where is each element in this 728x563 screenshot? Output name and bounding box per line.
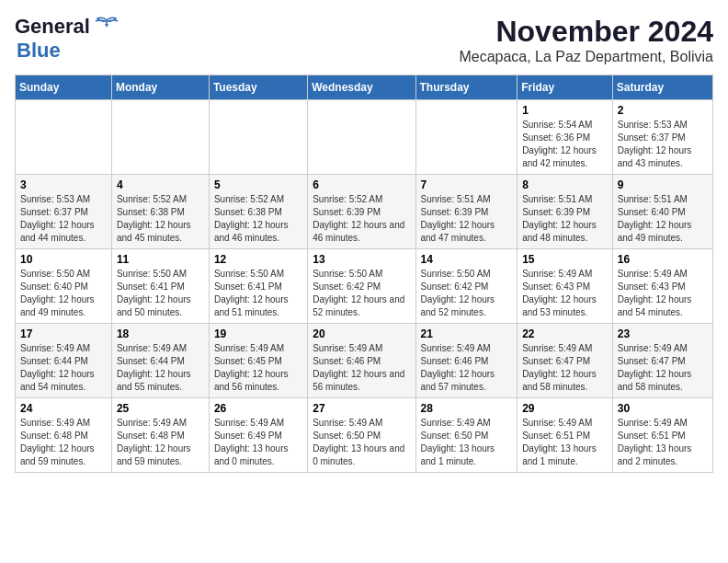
calendar-cell: 26Sunrise: 5:49 AM Sunset: 6:49 PM Dayli…	[209, 398, 307, 473]
weekday-header-wednesday: Wednesday	[308, 75, 415, 100]
calendar-cell	[209, 100, 307, 175]
day-number: 17	[20, 327, 107, 340]
day-number: 2	[618, 104, 708, 117]
day-info: Sunrise: 5:51 AM Sunset: 6:39 PM Dayligh…	[522, 193, 608, 245]
weekday-header-tuesday: Tuesday	[209, 75, 307, 100]
logo-blue-text: Blue	[17, 39, 61, 63]
calendar-cell: 8Sunrise: 5:51 AM Sunset: 6:39 PM Daylig…	[518, 175, 613, 249]
day-number: 3	[20, 178, 107, 191]
day-info: Sunrise: 5:49 AM Sunset: 6:48 PM Dayligh…	[117, 417, 204, 468]
day-number: 16	[618, 253, 708, 266]
day-info: Sunrise: 5:49 AM Sunset: 6:50 PM Dayligh…	[421, 417, 513, 468]
calendar-cell: 13Sunrise: 5:50 AM Sunset: 6:42 PM Dayli…	[308, 249, 415, 324]
day-info: Sunrise: 5:49 AM Sunset: 6:43 PM Dayligh…	[522, 268, 608, 319]
day-info: Sunrise: 5:51 AM Sunset: 6:40 PM Dayligh…	[618, 193, 708, 245]
calendar-cell: 25Sunrise: 5:49 AM Sunset: 6:48 PM Dayli…	[111, 398, 209, 473]
day-info: Sunrise: 5:49 AM Sunset: 6:43 PM Dayligh…	[618, 268, 708, 319]
day-number: 14	[421, 253, 513, 266]
day-info: Sunrise: 5:49 AM Sunset: 6:46 PM Dayligh…	[421, 342, 513, 394]
day-number: 4	[117, 178, 204, 191]
calendar-cell: 7Sunrise: 5:51 AM Sunset: 6:39 PM Daylig…	[415, 175, 518, 249]
weekday-header-row: SundayMondayTuesdayWednesdayThursdayFrid…	[16, 75, 713, 100]
calendar-cell: 9Sunrise: 5:51 AM Sunset: 6:40 PM Daylig…	[612, 175, 712, 249]
day-info: Sunrise: 5:49 AM Sunset: 6:51 PM Dayligh…	[522, 417, 608, 468]
day-info: Sunrise: 5:50 AM Sunset: 6:40 PM Dayligh…	[20, 268, 107, 319]
calendar-week-row: 3Sunrise: 5:53 AM Sunset: 6:37 PM Daylig…	[16, 175, 713, 249]
day-number: 28	[421, 402, 513, 415]
weekday-header-sunday: Sunday	[16, 75, 112, 100]
calendar-cell	[308, 100, 415, 175]
day-number: 22	[522, 327, 608, 340]
weekday-header-thursday: Thursday	[415, 75, 518, 100]
day-info: Sunrise: 5:50 AM Sunset: 6:42 PM Dayligh…	[421, 268, 513, 319]
page-header: General Blue November 2024 Mecapaca, La …	[15, 15, 713, 65]
day-number: 10	[20, 253, 107, 266]
day-info: Sunrise: 5:52 AM Sunset: 6:38 PM Dayligh…	[214, 193, 302, 245]
svg-marker-0	[105, 24, 108, 28]
day-number: 18	[117, 327, 204, 340]
calendar-cell: 1Sunrise: 5:54 AM Sunset: 6:36 PM Daylig…	[518, 100, 613, 175]
calendar-cell: 24Sunrise: 5:49 AM Sunset: 6:48 PM Dayli…	[16, 398, 112, 473]
day-number: 30	[618, 402, 708, 415]
day-number: 21	[421, 327, 513, 340]
calendar-cell: 11Sunrise: 5:50 AM Sunset: 6:41 PM Dayli…	[111, 249, 209, 324]
day-info: Sunrise: 5:49 AM Sunset: 6:48 PM Dayligh…	[20, 417, 107, 468]
weekday-header-friday: Friday	[518, 75, 613, 100]
day-number: 5	[214, 178, 302, 191]
day-info: Sunrise: 5:53 AM Sunset: 6:37 PM Dayligh…	[618, 119, 708, 170]
day-info: Sunrise: 5:49 AM Sunset: 6:50 PM Dayligh…	[313, 417, 410, 468]
day-info: Sunrise: 5:49 AM Sunset: 6:44 PM Dayligh…	[117, 342, 204, 394]
calendar-cell: 10Sunrise: 5:50 AM Sunset: 6:40 PM Dayli…	[16, 249, 112, 324]
day-info: Sunrise: 5:52 AM Sunset: 6:39 PM Dayligh…	[313, 193, 410, 245]
day-info: Sunrise: 5:50 AM Sunset: 6:41 PM Dayligh…	[117, 268, 204, 319]
day-number: 6	[313, 178, 410, 191]
calendar-cell	[415, 100, 518, 175]
calendar-cell: 19Sunrise: 5:49 AM Sunset: 6:45 PM Dayli…	[209, 324, 307, 398]
calendar-cell: 27Sunrise: 5:49 AM Sunset: 6:50 PM Dayli…	[308, 398, 415, 473]
day-info: Sunrise: 5:49 AM Sunset: 6:46 PM Dayligh…	[313, 342, 410, 394]
day-number: 19	[214, 327, 302, 340]
day-number: 1	[522, 104, 608, 117]
day-info: Sunrise: 5:53 AM Sunset: 6:37 PM Dayligh…	[20, 193, 107, 245]
calendar-cell: 15Sunrise: 5:49 AM Sunset: 6:43 PM Dayli…	[518, 249, 613, 324]
day-info: Sunrise: 5:49 AM Sunset: 6:45 PM Dayligh…	[214, 342, 302, 394]
day-number: 20	[313, 327, 410, 340]
day-number: 15	[522, 253, 608, 266]
calendar-cell: 16Sunrise: 5:49 AM Sunset: 6:43 PM Dayli…	[612, 249, 712, 324]
day-info: Sunrise: 5:51 AM Sunset: 6:39 PM Dayligh…	[421, 193, 513, 245]
day-number: 12	[214, 253, 302, 266]
calendar-week-row: 1Sunrise: 5:54 AM Sunset: 6:36 PM Daylig…	[16, 100, 713, 175]
calendar-cell: 28Sunrise: 5:49 AM Sunset: 6:50 PM Dayli…	[415, 398, 518, 473]
month-title: November 2024	[459, 15, 713, 49]
day-number: 29	[522, 402, 608, 415]
calendar-week-row: 17Sunrise: 5:49 AM Sunset: 6:44 PM Dayli…	[16, 324, 713, 398]
title-area: November 2024 Mecapaca, La Paz Departmen…	[459, 15, 713, 65]
weekday-header-saturday: Saturday	[612, 75, 712, 100]
calendar-cell	[111, 100, 209, 175]
location-subtitle: Mecapaca, La Paz Department, Bolivia	[459, 49, 713, 65]
day-number: 23	[618, 327, 708, 340]
day-info: Sunrise: 5:52 AM Sunset: 6:38 PM Dayligh…	[117, 193, 204, 245]
calendar-cell: 30Sunrise: 5:49 AM Sunset: 6:51 PM Dayli…	[612, 398, 712, 473]
calendar-cell: 12Sunrise: 5:50 AM Sunset: 6:41 PM Dayli…	[209, 249, 307, 324]
calendar-week-row: 24Sunrise: 5:49 AM Sunset: 6:48 PM Dayli…	[16, 398, 713, 473]
calendar-cell: 22Sunrise: 5:49 AM Sunset: 6:47 PM Dayli…	[518, 324, 613, 398]
calendar-cell	[16, 100, 112, 175]
day-info: Sunrise: 5:49 AM Sunset: 6:44 PM Dayligh…	[20, 342, 107, 394]
day-number: 26	[214, 402, 302, 415]
calendar-cell: 18Sunrise: 5:49 AM Sunset: 6:44 PM Dayli…	[111, 324, 209, 398]
day-number: 8	[522, 178, 608, 191]
calendar-table: SundayMondayTuesdayWednesdayThursdayFrid…	[15, 75, 713, 473]
day-number: 25	[117, 402, 204, 415]
calendar-cell: 21Sunrise: 5:49 AM Sunset: 6:46 PM Dayli…	[415, 324, 518, 398]
weekday-header-monday: Monday	[111, 75, 209, 100]
calendar-cell: 17Sunrise: 5:49 AM Sunset: 6:44 PM Dayli…	[16, 324, 112, 398]
day-number: 27	[313, 402, 410, 415]
day-number: 13	[313, 253, 410, 266]
day-info: Sunrise: 5:49 AM Sunset: 6:49 PM Dayligh…	[214, 417, 302, 468]
calendar-cell: 4Sunrise: 5:52 AM Sunset: 6:38 PM Daylig…	[111, 175, 209, 249]
day-info: Sunrise: 5:49 AM Sunset: 6:47 PM Dayligh…	[522, 342, 608, 394]
calendar-cell: 14Sunrise: 5:50 AM Sunset: 6:42 PM Dayli…	[415, 249, 518, 324]
day-info: Sunrise: 5:50 AM Sunset: 6:42 PM Dayligh…	[313, 268, 410, 319]
day-info: Sunrise: 5:54 AM Sunset: 6:36 PM Dayligh…	[522, 119, 608, 170]
